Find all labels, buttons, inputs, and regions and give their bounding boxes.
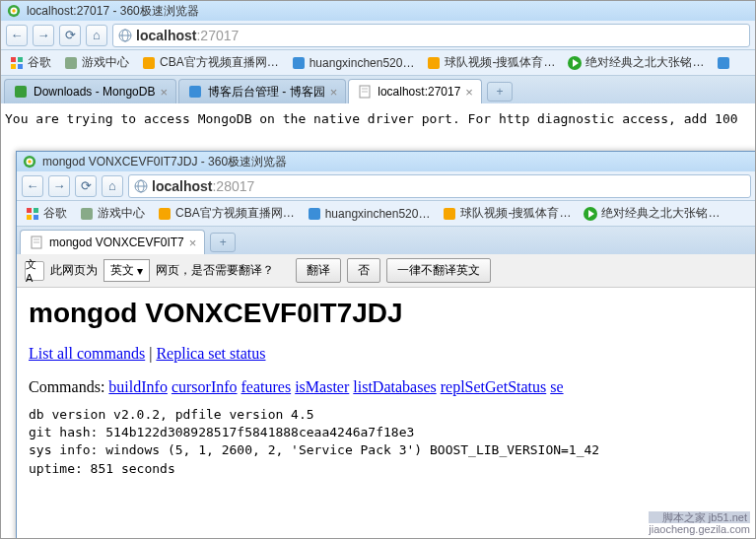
svg-rect-16 [718,57,729,69]
svg-point-24 [28,160,32,164]
bookmark-item[interactable]: 球队视频-搜狐体育… [422,52,559,73]
forward-button[interactable]: → [33,25,54,46]
outer-address-bar[interactable]: localhost:27017 [112,24,750,47]
inner-window: mongod VONXCEVF0IT7JDJ - 360极速浏览器 ← → ⟳ … [16,151,756,539]
svg-rect-12 [293,57,305,69]
bookmark-item[interactable] [712,53,738,73]
browser-tab[interactable]: Downloads - MongoDB× [4,79,176,103]
bookmark-item[interactable]: 绝对经典之北大张铭… [579,203,723,224]
bookmark-icon [79,206,95,222]
translate-button[interactable]: 翻译 [296,258,341,283]
globe-icon [118,29,132,42]
bookmark-icon [63,55,79,71]
outer-tabstrip: Downloads - MongoDB×博客后台管理 - 博客园×localho… [1,76,755,103]
svg-point-2 [12,9,16,13]
command-link[interactable]: features [241,378,292,395]
close-icon[interactable]: × [330,85,338,100]
close-icon[interactable]: × [160,85,168,100]
page-heading: mongod VONXCEVF0IT7JDJ [29,298,744,329]
command-link[interactable]: cursorInfo [172,378,238,395]
bookmark-label: 绝对经典之北大张铭… [585,54,704,71]
sys-git-hash: git hash: 514b122d308928517f5841888ceaa4… [29,424,744,441]
bookmark-icon [426,55,442,71]
svg-rect-32 [81,208,93,220]
bookmark-item[interactable]: 游戏中心 [75,203,149,224]
command-link[interactable]: buildInfo [108,378,168,395]
outer-content: You are trying to access MongoDB on the … [1,103,755,134]
bookmark-item[interactable]: 绝对经典之北大张铭… [563,52,708,73]
inner-bookmarks-bar: 谷歌游戏中心CBA官方视频直播网…huangxinchen520…球队视频-搜狐… [17,201,756,227]
bookmark-item[interactable]: huangxinchen520… [303,204,435,224]
sys-info: sys info: windows (5, 1, 2600, 2, 'Servi… [29,441,744,459]
bookmark-item[interactable]: 谷歌 [5,52,55,73]
command-link[interactable]: replSetGetStatus [441,378,547,395]
home-button[interactable]: ⌂ [86,25,107,46]
sys-db-version: db version v2.0.2, pdfile version 4.5 [29,406,744,424]
svg-rect-7 [18,57,23,62]
svg-rect-33 [159,208,171,220]
svg-rect-13 [428,57,440,69]
tab-favicon [13,84,29,100]
inner-tabstrip: mongod VONXCEVF0IT7×+ [17,227,756,254]
bookmark-icon [291,55,307,71]
close-icon[interactable]: × [465,85,473,100]
back-button[interactable]: ← [6,25,28,46]
bookmark-item[interactable]: 球队视频-搜狐体育… [438,203,575,224]
translate-lang-select[interactable]: 英文▾ [103,259,150,282]
list-all-commands-link[interactable]: List all commands [29,345,145,362]
translate-never-button[interactable]: 一律不翻译英文 [386,258,491,283]
commands-label: Commands: [29,378,108,395]
svg-rect-28 [27,208,32,213]
bookmark-label: 球队视频-搜狐体育… [445,54,555,71]
new-tab-button[interactable]: + [210,233,236,252]
browser-tab[interactable]: mongod VONXCEVF0IT7× [20,230,205,254]
close-icon[interactable]: × [189,236,197,250]
bookmark-label: 绝对经典之北大张铭… [601,205,720,222]
reload-button[interactable]: ⟳ [59,25,81,46]
back-button[interactable]: ← [22,175,43,197]
new-tab-button[interactable]: + [487,82,513,101]
bookmark-label: 球队视频-搜狐体育… [460,205,571,222]
translate-no-button[interactable]: 否 [347,258,380,283]
browser-tab[interactable]: localhost:27017× [348,79,482,103]
bookmark-item[interactable]: CBA官方视频直播网… [137,52,283,73]
bookmark-icon [9,55,25,71]
bookmark-item[interactable]: 谷歌 [21,203,71,224]
bookmark-label: 谷歌 [28,54,51,71]
reload-button[interactable]: ⟳ [75,175,97,197]
inner-navbar: ← → ⟳ ⌂ localhost:28017 [17,171,756,201]
replica-set-status-link[interactable]: Replica set status [156,345,265,362]
bookmark-icon [307,206,322,222]
bookmark-item[interactable]: 游戏中心 [59,52,133,73]
command-link[interactable]: se [550,378,563,395]
link-separator: | [145,345,156,362]
commands-line: Commands: buildInfo cursorInfo features … [29,378,744,396]
outer-titlebar: localhost:27017 - 360极速浏览器 [1,1,755,21]
tab-favicon [357,84,373,100]
mongo-driver-msg: You are trying to access MongoDB on the … [5,111,738,126]
bookmark-label: huangxinchen520… [309,56,415,70]
svg-rect-34 [309,208,320,220]
outer-title-text: localhost:27017 - 360极速浏览器 [27,3,199,20]
command-link[interactable]: isMaster [295,378,349,395]
translate-bar: 文A 此网页为 英文▾ 网页，是否需要翻译？ 翻译 否 一律不翻译英文 [17,254,756,288]
bookmark-icon [141,55,157,71]
bookmark-item[interactable]: CBA官方视频直播网… [153,203,299,224]
bookmark-icon [157,206,172,222]
chevron-down-icon: ▾ [137,264,143,278]
forward-button[interactable]: → [48,175,70,197]
outer-bookmarks-bar: 谷歌游戏中心CBA官方视频直播网…huangxinchen520…球队视频-搜狐… [1,50,755,76]
svg-rect-29 [34,208,38,213]
translate-prefix: 此网页为 [50,262,98,279]
translate-icon: 文A [25,261,44,281]
browser-tab[interactable]: 博客后台管理 - 博客园× [178,79,346,103]
home-button[interactable]: ⌂ [102,175,123,197]
inner-page-content: mongod VONXCEVF0IT7JDJ List all commands… [17,288,756,488]
bookmark-item[interactable]: huangxinchen520… [287,53,419,73]
inner-address-bar[interactable]: localhost:28017 [128,174,751,198]
globe-icon [134,179,148,193]
svg-rect-8 [11,64,16,69]
command-link[interactable]: listDatabases [353,378,436,395]
svg-rect-35 [444,208,455,220]
inner-address-host: localhost [152,178,212,194]
